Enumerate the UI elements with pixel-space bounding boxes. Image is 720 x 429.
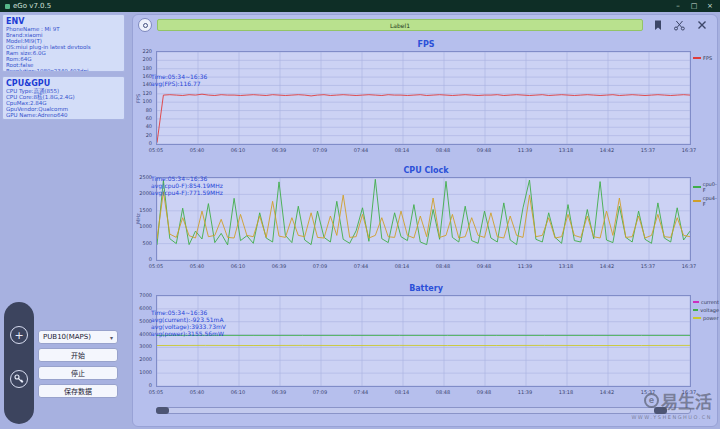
window-title: eGo v7.0.5	[13, 2, 51, 10]
cut-button[interactable]	[673, 19, 686, 31]
x-tick-label: 05:40	[190, 147, 204, 153]
x-tick-label: 16:37	[682, 263, 696, 269]
chevron-down-icon: ▾	[110, 334, 113, 341]
legend: cpu0-Fcpu4-F	[693, 181, 719, 209]
y-tick-label: 120	[142, 90, 152, 96]
plot-area[interactable]	[156, 177, 691, 261]
app-body: ENV PhoneName : Mi 9TBrand:xiaomiModel:M…	[0, 12, 720, 429]
plot-area[interactable]	[156, 51, 691, 145]
x-tick-label: 11:39	[518, 389, 532, 395]
bookmark-button[interactable]	[651, 19, 664, 31]
env-panel-lines: PhoneName : Mi 9TBrand:xiaomiModel:MI9(T…	[6, 26, 121, 72]
chart-annotation: Time:05:34~16:36avg(FPS):116.77	[151, 73, 207, 87]
annotation-line: avg(cpu0-F):854.19MHz	[151, 182, 223, 189]
chart-annotation: Time:05:34~16:36avg(current):-923.51mAav…	[151, 309, 226, 337]
x-tick-label: 14:42	[600, 263, 614, 269]
clear-icon	[697, 20, 707, 30]
y-tick-label: 0	[149, 140, 152, 146]
y-tick-label: 220	[142, 48, 152, 54]
y-tick-label: 500	[142, 240, 152, 246]
y-tick-label: 3000	[139, 343, 152, 349]
key-button[interactable]	[10, 370, 28, 388]
y-tick-label: 7000	[139, 292, 152, 298]
series-cpu0-F	[157, 179, 690, 245]
key-icon	[14, 374, 24, 384]
x-tick-label: 05:05	[149, 389, 163, 395]
legend-item[interactable]: FPS	[693, 55, 719, 61]
maximize-button[interactable]: □	[689, 2, 699, 10]
legend-swatch-icon	[693, 186, 701, 188]
x-tick-label: 14:42	[600, 147, 614, 153]
clear-button[interactable]	[695, 19, 708, 31]
chart-battery: Battery 01000200030004000500060007000 Ti…	[133, 283, 719, 399]
x-tick-label: 08:48	[436, 263, 450, 269]
package-select[interactable]: PUB10(MAPS) ▾	[38, 330, 118, 344]
annotation-line: Time:05:34~16:36	[151, 175, 223, 182]
x-tick-label: 06:39	[272, 263, 286, 269]
info-line: GPU Name:Adreno640	[6, 112, 121, 118]
y-tick-label: 180	[142, 65, 152, 71]
legend: FPS	[693, 55, 719, 63]
window-titlebar: eGo v7.0.5 – □ ×	[0, 0, 720, 12]
save-data-button[interactable]: 保存数据	[38, 384, 118, 398]
label-bar[interactable]: Label1	[157, 19, 643, 31]
minimize-button[interactable]: –	[673, 2, 683, 10]
x-tick-label: 05:40	[190, 389, 204, 395]
x-axis-ticks: 05:0505:4006:1006:3907:0907:4408:1408:48…	[156, 146, 691, 154]
y-tick-label: 40	[146, 123, 152, 129]
x-tick-label: 13:18	[559, 389, 573, 395]
x-axis-ticks: 05:0505:4006:1006:3907:0907:4408:1408:48…	[156, 388, 691, 396]
chart-cpu-clock: CPU Clock MHz 05001000150020002500 Time:…	[133, 165, 719, 275]
legend-item[interactable]: cpu4-F	[693, 195, 719, 207]
chart-title: FPS	[133, 39, 719, 50]
y-tick-label: 0	[149, 382, 152, 388]
scissors-icon	[674, 20, 685, 31]
legend-item[interactable]: power	[693, 315, 719, 321]
legend: currentvoltagepower	[693, 299, 719, 323]
close-button[interactable]: ×	[705, 2, 715, 10]
x-tick-label: 16:37	[682, 147, 696, 153]
y-axis-ticks: 020406080100120140160180200220	[133, 51, 154, 145]
annotation-line: avg(power):3155.56mW	[151, 330, 226, 337]
y-tick-label: 2000	[139, 356, 152, 362]
x-tick-label: 07:44	[354, 389, 368, 395]
annotation-line: avg(FPS):116.77	[151, 80, 207, 87]
legend-label: voltage	[700, 307, 719, 313]
plot-area[interactable]	[156, 295, 691, 387]
x-tick-label: 07:09	[313, 147, 327, 153]
timeline-scrollbar[interactable]	[156, 407, 691, 414]
x-tick-label: 08:48	[436, 147, 450, 153]
start-button[interactable]: 开始	[38, 348, 118, 362]
plus-icon: +	[14, 329, 23, 342]
add-button[interactable]: +	[10, 326, 28, 344]
legend-item[interactable]: current	[693, 299, 719, 305]
x-tick-label: 06:10	[231, 263, 245, 269]
legend-label: current	[701, 299, 719, 305]
package-select-value: PUB10(MAPS)	[43, 333, 91, 341]
annotation-line: avg(current):-923.51mA	[151, 316, 226, 323]
legend-swatch-icon	[693, 200, 701, 202]
watermark: e 易生活 WWW.YSHENGHUO.CN	[631, 388, 712, 420]
y-tick-label: 100	[142, 98, 152, 104]
legend-swatch-icon	[693, 309, 698, 311]
annotation-line: Time:05:34~16:36	[151, 309, 226, 316]
record-button[interactable]	[138, 18, 152, 32]
app-icon	[5, 4, 10, 9]
fps-svg	[157, 52, 690, 144]
y-tick-label: 200	[142, 56, 152, 62]
y-tick-label: 0	[149, 256, 152, 262]
cpu-clock-svg	[157, 178, 690, 260]
x-tick-label: 13:18	[559, 147, 573, 153]
stop-button[interactable]: 停止	[38, 366, 118, 380]
annotation-line: avg(voltage):3933.73mV	[151, 323, 226, 330]
x-tick-label: 14:42	[600, 389, 614, 395]
legend-swatch-icon	[693, 317, 701, 319]
y-tick-label: 1000	[139, 223, 152, 229]
legend-item[interactable]: voltage	[693, 307, 719, 313]
scrollbar-left-handle[interactable]	[156, 407, 169, 414]
cpu-gpu-panel-title: CPU&GPU	[6, 79, 121, 88]
legend-item[interactable]: cpu0-F	[693, 181, 719, 193]
watermark-subtext: WWW.YSHENGHUO.CN	[631, 414, 712, 420]
x-tick-label: 09:48	[477, 147, 491, 153]
chart-annotation: Time:05:34~16:36avg(cpu0-F):854.19MHzavg…	[151, 175, 223, 196]
